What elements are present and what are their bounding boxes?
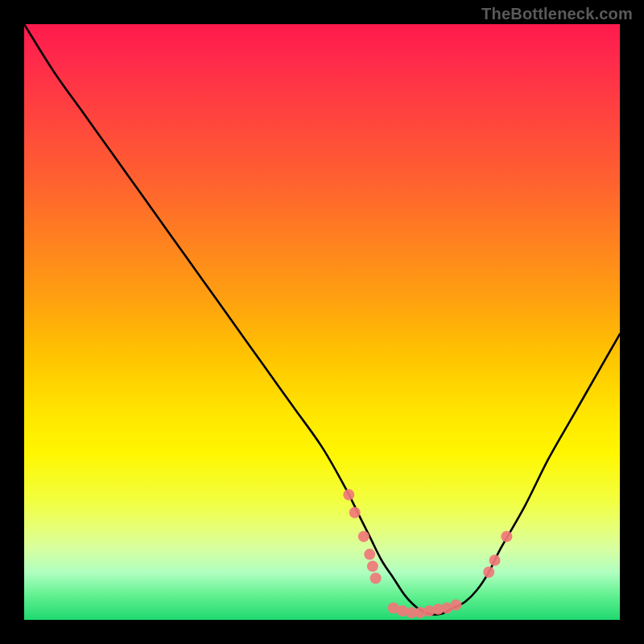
marker-dot [349, 507, 361, 518]
marker-dot [343, 489, 354, 501]
marker-dot [489, 555, 501, 566]
watermark-text: TheBottleneck.com [481, 5, 633, 23]
marker-dot [451, 600, 462, 611]
marker-dot [364, 549, 375, 560]
marker-dot [501, 530, 512, 542]
marker-dot [358, 530, 369, 542]
marker-dot [370, 572, 382, 584]
chart-root: TheBottleneck.com [0, 0, 644, 644]
marker-dot [367, 560, 378, 572]
sample-markers [343, 489, 512, 619]
marker-dot [483, 567, 494, 578]
chart-svg [24, 24, 620, 620]
bottleneck-curve [24, 24, 620, 615]
plot-area [24, 24, 620, 620]
